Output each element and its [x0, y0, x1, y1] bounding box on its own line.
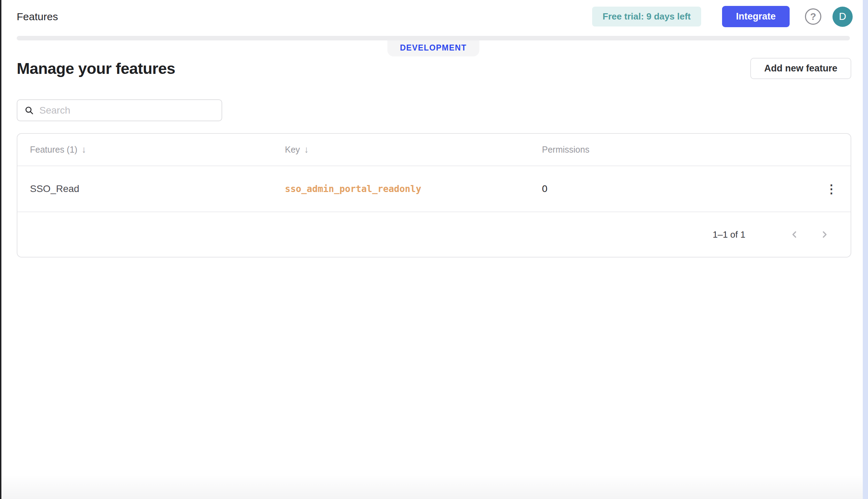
page-title: Features	[17, 11, 58, 23]
pagination-prev-icon[interactable]	[786, 227, 803, 243]
help-icon[interactable]: ?	[805, 8, 821, 25]
avatar[interactable]: D	[832, 7, 853, 27]
search-box[interactable]	[17, 99, 222, 121]
search-icon	[24, 106, 34, 115]
table-row[interactable]: SSO_Read sso_admin_portal_readonly 0 ⋮	[17, 166, 851, 212]
add-new-feature-button[interactable]: Add new feature	[750, 58, 851, 79]
search-input[interactable]	[39, 105, 215, 116]
sidebar-edge	[0, 0, 1, 499]
topbar-actions: Free trial: 9 days left Integrate ? D	[592, 6, 853, 27]
environment-badge: DEVELOPMENT	[387, 40, 479, 56]
table-footer: 1–1 of 1	[17, 212, 851, 257]
pagination-next-icon[interactable]	[816, 227, 832, 243]
column-header-features-label: Features (1)	[30, 145, 77, 155]
integrate-button[interactable]: Integrate	[722, 6, 790, 27]
page-scrollbar[interactable]	[863, 0, 868, 499]
sort-down-icon[interactable]: ↓	[82, 144, 86, 155]
column-header-key[interactable]: Key ↓	[285, 144, 542, 155]
free-trial-badge: Free trial: 9 days left	[592, 7, 701, 26]
row-actions-kebab-icon[interactable]: ⋮	[819, 179, 844, 198]
sort-down-icon[interactable]: ↓	[304, 144, 309, 155]
environment-bar-wrap: DEVELOPMENT	[17, 36, 850, 40]
column-header-permissions: Permissions	[542, 145, 812, 155]
bottom-fade	[1, 475, 863, 499]
column-header-permissions-label: Permissions	[542, 145, 589, 155]
heading-row: Manage your features Add new feature	[17, 58, 851, 79]
main-content: Manage your features Add new feature Fea…	[0, 58, 868, 258]
column-header-features[interactable]: Features (1) ↓	[30, 144, 285, 155]
environment-bar	[17, 36, 850, 40]
page-heading: Manage your features	[17, 60, 175, 78]
table-header-row: Features (1) ↓ Key ↓ Permissions	[17, 134, 851, 166]
pagination-range: 1–1 of 1	[713, 229, 745, 240]
feature-name: SSO_Read	[30, 183, 285, 194]
feature-key: sso_admin_portal_readonly	[285, 184, 542, 194]
features-table: Features (1) ↓ Key ↓ Permissions SSO_Rea…	[17, 133, 851, 258]
column-header-key-label: Key	[285, 145, 300, 155]
topbar: Features Free trial: 9 days left Integra…	[0, 0, 868, 33]
feature-permissions-count: 0	[542, 183, 812, 194]
